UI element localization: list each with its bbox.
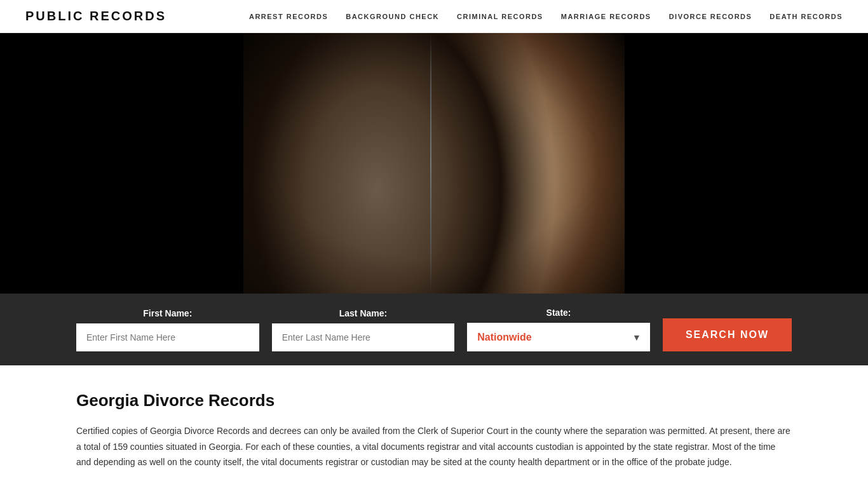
hero-vignette xyxy=(0,33,868,294)
site-header: PUBLIC RECORDS ARREST RECORDSBACKGROUND … xyxy=(0,0,868,33)
state-group: State: NationwideAlabamaAlaskaArizonaArk… xyxy=(467,308,650,351)
content-body: Certified copies of Georgia Divorce Reco… xyxy=(76,423,792,470)
first-name-group: First Name: xyxy=(76,308,259,351)
search-now-button[interactable]: SEARCH NOW xyxy=(663,318,792,351)
state-select-wrapper: NationwideAlabamaAlaskaArizonaArkansasCa… xyxy=(467,323,650,351)
search-section: First Name: Last Name: State: Nationwide… xyxy=(0,294,868,365)
nav-link-marriage-records[interactable]: MARRIAGE RECORDS xyxy=(561,13,651,20)
nav-link-divorce-records[interactable]: DIVORCE RECORDS xyxy=(669,13,752,20)
main-nav: ARREST RECORDSBACKGROUND CHECKCRIMINAL R… xyxy=(249,13,843,20)
nav-link-criminal-records[interactable]: CRIMINAL RECORDS xyxy=(457,13,543,20)
nav-link-death-records[interactable]: DEATH RECORDS xyxy=(770,13,843,20)
nav-link-arrest-records[interactable]: ARREST RECORDS xyxy=(249,13,328,20)
state-select[interactable]: NationwideAlabamaAlaskaArizonaArkansasCa… xyxy=(467,323,650,351)
nav-link-background-check[interactable]: BACKGROUND CHECK xyxy=(346,13,439,20)
state-label: State: xyxy=(467,308,650,318)
last-name-label: Last Name: xyxy=(272,308,455,318)
last-name-group: Last Name: xyxy=(272,308,455,351)
site-logo[interactable]: PUBLIC RECORDS xyxy=(25,9,166,24)
first-name-input[interactable] xyxy=(76,323,259,351)
search-button-wrapper: SEARCH NOW xyxy=(663,318,792,351)
content-section: Georgia Divorce Records Certified copies… xyxy=(0,365,868,488)
page-title: Georgia Divorce Records xyxy=(76,391,792,410)
last-name-input[interactable] xyxy=(272,323,455,351)
hero-section xyxy=(0,33,868,294)
first-name-label: First Name: xyxy=(76,308,259,318)
